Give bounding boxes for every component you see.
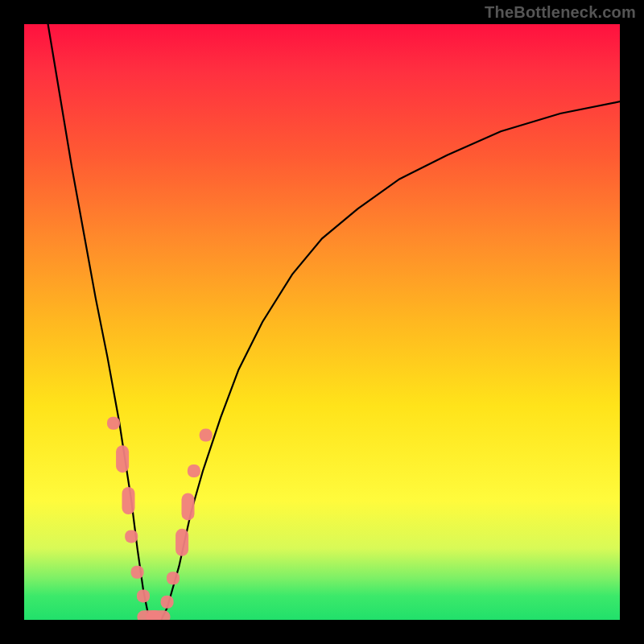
plot-area <box>24 24 620 620</box>
data-marker <box>131 566 144 579</box>
marker-layer <box>107 417 213 620</box>
data-marker <box>147 610 171 620</box>
data-marker <box>182 493 195 520</box>
data-marker <box>137 589 150 602</box>
data-marker <box>107 417 120 430</box>
chart-frame: TheBottleneck.com <box>0 0 644 644</box>
data-marker <box>125 530 138 543</box>
data-marker <box>188 464 200 477</box>
chart-svg <box>24 24 620 620</box>
data-marker <box>200 429 213 442</box>
data-marker <box>116 445 129 473</box>
data-marker <box>122 487 135 514</box>
data-marker <box>167 572 180 584</box>
data-marker <box>161 596 174 609</box>
data-marker <box>175 529 188 556</box>
watermark-text: TheBottleneck.com <box>485 3 636 22</box>
